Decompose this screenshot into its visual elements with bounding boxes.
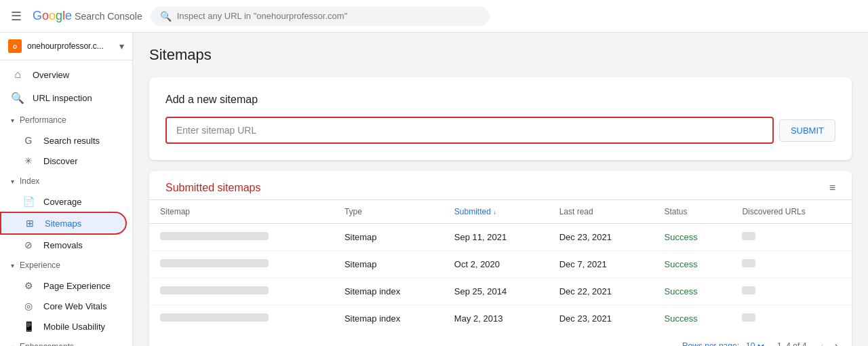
sidebar-nav: ⌂ Overview 🔍 URL inspection ▾ Performanc… <box>0 60 132 346</box>
page-range: 1–4 of 4 <box>777 341 806 346</box>
sitemap-url-input[interactable] <box>165 117 774 144</box>
row4-sitemap <box>149 305 334 332</box>
row4-type: Sitemap index <box>334 305 443 332</box>
search-input[interactable] <box>177 11 480 21</box>
enhancements-section-header[interactable]: ▾ Enhancements <box>0 337 132 346</box>
main-layout: o onehourprofessor.c... ▾ ⌂ Overview 🔍 U… <box>0 33 868 346</box>
sitemap-url-blurred <box>160 313 269 322</box>
rows-per-page: Rows per page: 10 25 50 <box>682 341 766 346</box>
sidebar-item-core-web-vitals[interactable]: ◎ Core Web Vitals <box>0 296 127 316</box>
table-body: Sitemap Sep 11, 2021 Dec 23, 2021 Succes… <box>149 224 852 332</box>
submitted-title: Submitted sitemaps <box>165 182 261 194</box>
table-row: Sitemap Oct 2, 2020 Dec 7, 2021 Success <box>149 251 852 278</box>
sitemap-url-blurred <box>160 259 269 267</box>
file-icon: 📄 <box>22 196 35 207</box>
prev-page-button[interactable]: ‹ <box>817 339 826 346</box>
site-favicon: o <box>8 39 22 53</box>
col-last-read: Last read <box>549 200 654 224</box>
performance-section-header[interactable]: ▾ Performance <box>0 110 132 130</box>
sidebar-item-sitemaps-label: Sitemaps <box>45 218 81 229</box>
row4-submitted: May 2, 2013 <box>443 305 549 332</box>
row1-type: Sitemap <box>334 224 443 251</box>
row2-type: Sitemap <box>334 251 443 278</box>
table-row: Sitemap index May 2, 2013 Dec 23, 2021 S… <box>149 305 852 332</box>
sidebar-item-page-experience[interactable]: ⚙ Page Experience <box>0 275 127 296</box>
app-name: Search Console <box>75 11 142 22</box>
row2-submitted: Oct 2, 2020 <box>443 251 549 278</box>
pagination-nav: ‹ › <box>817 339 841 346</box>
table-row: Sitemap index Sep 25, 2014 Dec 22, 2021 … <box>149 278 852 305</box>
sidebar-item-mobile-usability-label: Mobile Usability <box>43 322 105 332</box>
row3-status: Success <box>654 278 732 305</box>
experience-section-label: Experience <box>20 261 60 270</box>
chevron-down-icon-3: ▾ <box>11 262 14 269</box>
experience-section-header[interactable]: ▾ Experience <box>0 255 132 275</box>
chevron-down-icon-2: ▾ <box>11 178 14 185</box>
col-type: Type <box>334 200 443 224</box>
search-circle-icon: 🔍 <box>11 92 24 104</box>
row4-status: Success <box>654 305 732 332</box>
sidebar-item-removals[interactable]: ⊘ Removals <box>0 235 127 255</box>
row2-last-read: Dec 7, 2021 <box>549 251 654 278</box>
row2-sitemap <box>149 251 334 278</box>
rows-per-page-select[interactable]: 10 25 50 <box>743 341 766 346</box>
table-footer: Rows per page: 10 25 50 1–4 of 4 ‹ › <box>149 332 852 346</box>
site-selector[interactable]: o onehourprofessor.c... ▾ <box>0 33 132 60</box>
search-bar[interactable]: 🔍 <box>151 7 490 26</box>
submit-button[interactable]: SUBMIT <box>779 119 835 142</box>
sidebar-item-overview[interactable]: ⌂ Overview <box>0 63 127 86</box>
sort-arrow-icon: ↓ <box>493 208 496 216</box>
index-section-label: Index <box>20 176 39 186</box>
sitemap-icon: ⊞ <box>23 218 37 229</box>
col-status: Status <box>654 200 732 224</box>
col-sitemap: Sitemap <box>149 200 334 224</box>
site-name: onehourprofessor.c... <box>27 41 114 51</box>
asterisk-icon: ✳ <box>22 155 35 166</box>
dropdown-arrow-icon: ▾ <box>119 41 124 52</box>
chevron-down-icon-4: ▾ <box>11 343 14 347</box>
sidebar-item-page-experience-label: Page Experience <box>43 281 111 291</box>
sidebar-item-coverage[interactable]: 📄 Coverage <box>0 191 127 212</box>
sidebar-item-discover-label: Discover <box>43 156 78 166</box>
sidebar-item-mobile-usability[interactable]: 📱 Mobile Usability <box>0 316 127 337</box>
col-submitted-label: Submitted <box>454 207 491 216</box>
main-content: Sitemaps Add a new sitemap SUBMIT Submit… <box>133 33 868 346</box>
submitted-header: Submitted sitemaps ≡ <box>149 171 852 200</box>
table-header-row: Sitemap Type Submitted ↓ Last read Statu… <box>149 200 852 224</box>
row3-discovered <box>731 278 852 305</box>
enhancements-section-label: Enhancements <box>20 342 74 346</box>
filter-icon[interactable]: ≡ <box>829 182 835 194</box>
row4-last-read: Dec 23, 2021 <box>549 305 654 332</box>
sidebar-item-coverage-label: Coverage <box>43 197 81 207</box>
sitemap-url-blurred <box>160 232 269 240</box>
sidebar-item-url-inspection-label: URL inspection <box>33 93 92 103</box>
gauge-icon: ◎ <box>22 301 35 311</box>
row3-type: Sitemap index <box>334 278 443 305</box>
row1-discovered <box>731 224 852 251</box>
search-icon: 🔍 <box>160 11 172 22</box>
index-section-header[interactable]: ▾ Index <box>0 171 132 191</box>
menu-icon[interactable]: ☰ <box>8 6 24 26</box>
sidebar-item-url-inspection[interactable]: 🔍 URL inspection <box>0 86 127 110</box>
sidebar-item-search-results[interactable]: G Search results <box>0 130 127 151</box>
row1-last-read: Dec 23, 2021 <box>549 224 654 251</box>
submitted-sitemaps-card: Submitted sitemaps ≡ Sitemap Type Submit… <box>149 171 852 346</box>
next-page-button[interactable]: › <box>832 339 841 346</box>
sidebar-item-discover[interactable]: ✳ Discover <box>0 151 127 171</box>
table-header: Sitemap Type Submitted ↓ Last read Statu… <box>149 200 852 224</box>
sidebar-item-core-web-vitals-label: Core Web Vitals <box>43 301 106 311</box>
performance-section-label: Performance <box>20 115 66 125</box>
sitemap-input-row: SUBMIT <box>165 117 835 144</box>
row3-last-read: Dec 22, 2021 <box>549 278 654 305</box>
sidebar-item-overview-label: Overview <box>33 70 69 80</box>
mobile-icon: 📱 <box>22 321 35 332</box>
add-sitemap-card: Add a new sitemap SUBMIT <box>149 77 852 160</box>
sidebar-item-sitemaps[interactable]: ⊞ Sitemaps <box>0 212 127 235</box>
app-logo: Google Search Console <box>33 9 142 23</box>
sidebar: o onehourprofessor.c... ▾ ⌂ Overview 🔍 U… <box>0 33 133 346</box>
sidebar-item-removals-label: Removals <box>43 240 83 250</box>
add-sitemap-section: Add a new sitemap SUBMIT <box>149 77 852 160</box>
col-submitted[interactable]: Submitted ↓ <box>443 200 549 224</box>
page-title: Sitemaps <box>149 46 852 64</box>
g-icon: G <box>22 135 35 146</box>
